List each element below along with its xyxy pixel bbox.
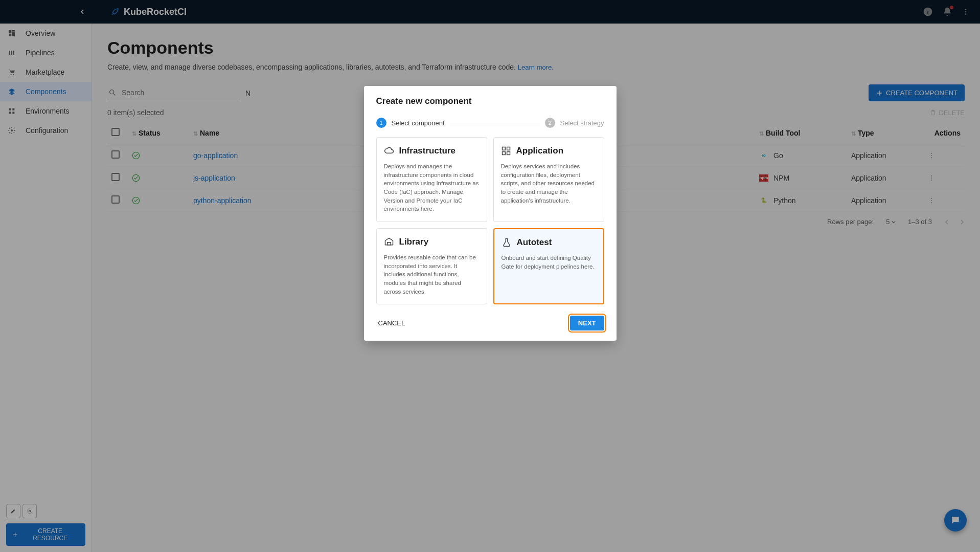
card-library[interactable]: Library Provides reusable code that can … (376, 228, 487, 304)
card-title: Autotest (517, 237, 552, 248)
step-1-circle: 1 (376, 118, 386, 128)
step-1-label: Select component (392, 119, 445, 127)
card-description: Provides reusable code that can be incor… (384, 253, 480, 296)
card-infrastructure[interactable]: Infrastructure Deploys and manages the i… (376, 137, 487, 222)
card-description: Onboard and start defining Quality Gate … (502, 254, 596, 271)
next-button[interactable]: NEXT (570, 316, 604, 330)
svg-rect-34 (502, 147, 505, 150)
card-title: Infrastructure (399, 146, 456, 156)
flask-icon (502, 237, 512, 248)
card-description: Deploys services and includes configurat… (501, 162, 597, 205)
step-2-label: Select strategy (560, 119, 604, 127)
library-icon (384, 237, 394, 247)
card-autotest[interactable]: Autotest Onboard and start defining Qual… (493, 228, 604, 304)
card-application[interactable]: Application Deploys services and include… (493, 137, 604, 222)
create-component-dialog: Create new component 1 Select component … (364, 86, 617, 341)
card-title: Application (516, 146, 564, 156)
cloud-icon (384, 146, 394, 156)
step-2-circle: 2 (545, 118, 555, 128)
svg-rect-35 (507, 147, 510, 150)
cancel-button[interactable]: CANCEL (376, 316, 407, 330)
svg-rect-36 (502, 152, 505, 155)
modal-overlay[interactable]: Create new component 1 Select component … (0, 0, 980, 552)
card-title: Library (399, 237, 429, 247)
svg-rect-38 (387, 242, 391, 245)
svg-rect-37 (507, 152, 510, 155)
apps-icon (501, 146, 511, 156)
dialog-title: Create new component (376, 96, 604, 106)
card-description: Deploys and manages the infrastructure c… (384, 162, 480, 213)
stepper: 1 Select component 2 Select strategy (376, 118, 604, 128)
